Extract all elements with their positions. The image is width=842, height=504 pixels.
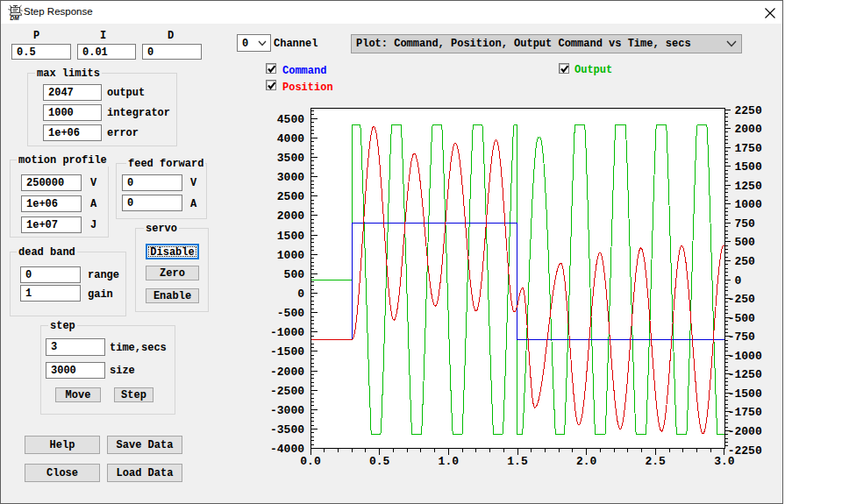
- svg-text:-2000: -2000: [270, 366, 304, 379]
- svg-text:0: 0: [735, 274, 742, 287]
- svg-text:1.5: 1.5: [507, 455, 528, 468]
- svg-text:4500: 4500: [277, 113, 304, 126]
- svg-text:2.0: 2.0: [576, 455, 597, 468]
- svg-text:1750: 1750: [735, 142, 762, 155]
- svg-text:2250: 2250: [735, 104, 762, 117]
- svg-text:-3500: -3500: [270, 423, 304, 437]
- svg-text:3000: 3000: [277, 171, 304, 184]
- svg-text:250: 250: [735, 255, 756, 268]
- svg-text:-1500: -1500: [728, 387, 762, 401]
- svg-text:-750: -750: [728, 330, 755, 344]
- svg-text:4000: 4000: [277, 132, 304, 146]
- svg-text:750: 750: [735, 217, 756, 231]
- svg-text:0: 0: [297, 287, 304, 301]
- svg-text:-2500: -2500: [270, 385, 304, 398]
- svg-text:500: 500: [284, 268, 305, 281]
- svg-text:0.5: 0.5: [369, 455, 390, 468]
- svg-text:-1000: -1000: [270, 326, 304, 339]
- svg-text:2000: 2000: [277, 209, 304, 223]
- svg-text:3.0: 3.0: [714, 455, 735, 468]
- svg-text:-1500: -1500: [270, 345, 304, 358]
- svg-text:1500: 1500: [735, 160, 762, 174]
- svg-text:-1750: -1750: [728, 406, 762, 419]
- svg-text:500: 500: [735, 236, 756, 249]
- svg-text:-500: -500: [728, 312, 755, 325]
- svg-text:2.5: 2.5: [645, 455, 666, 468]
- svg-text:1000: 1000: [735, 198, 762, 211]
- svg-text:2500: 2500: [277, 190, 304, 203]
- svg-text:1500: 1500: [277, 230, 304, 243]
- svg-text:-250: -250: [728, 293, 755, 306]
- svg-text:-1250: -1250: [728, 368, 762, 381]
- svg-text:1250: 1250: [735, 180, 762, 193]
- svg-text:-1000: -1000: [728, 350, 762, 363]
- svg-text:1000: 1000: [277, 249, 304, 262]
- svg-text:-4000: -4000: [270, 443, 304, 456]
- svg-text:-500: -500: [277, 307, 304, 320]
- svg-text:1.0: 1.0: [439, 455, 460, 468]
- svg-text:-2000: -2000: [728, 425, 762, 438]
- svg-text:-3000: -3000: [270, 404, 304, 417]
- svg-text:2000: 2000: [735, 123, 762, 136]
- svg-text:3500: 3500: [277, 152, 304, 165]
- svg-text:0.0: 0.0: [300, 455, 321, 468]
